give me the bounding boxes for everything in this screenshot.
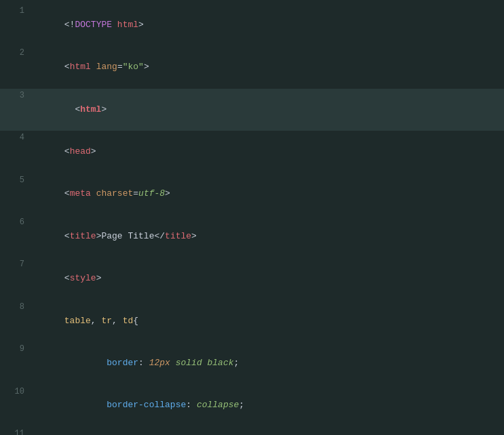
line-content: <html lang="ko"> [33,46,149,88]
line-1: 1 <!DOCTYPE html> [0,4,504,46]
line-content: <style> [33,257,101,299]
line-content: border-collapse: collapse; [33,385,244,427]
line-number: 1 [5,5,24,18]
line-number: 8 [5,301,24,314]
line-11: 11 } [0,427,504,435]
punct: <! [64,20,75,30]
line-content: <html> [33,89,106,131]
doctype-keyword: DOCTYPE [75,20,112,30]
line-content: <title>Page Title</title> [33,215,197,257]
line-content: <meta charset=utf-8> [33,173,170,215]
line-content: <head> [33,131,96,173]
line-6: 6 <title>Page Title</title> [0,215,504,257]
html-tag: html [80,104,101,115]
line-number: 11 [5,428,24,435]
line-number: 6 [5,216,24,229]
line-number: 10 [5,386,24,398]
line-number: 2 [5,47,24,60]
code-editor: 1 <!DOCTYPE html> 2 <html lang="ko"> 3 <… [0,0,504,435]
line-7: 7 <style> [0,257,504,299]
line-content: table, tr, td{ [33,300,138,342]
line-content: } [33,427,91,435]
line-number: 4 [5,131,24,144]
line-10: 10 border-collapse: collapse; [0,385,504,427]
line-number: 9 [5,343,24,356]
line-number: 5 [5,174,24,187]
line-5: 5 <meta charset=utf-8> [0,173,504,215]
line-content: <!DOCTYPE html> [33,4,144,46]
line-number: 7 [5,258,24,271]
line-2: 2 <html lang="ko"> [0,46,504,88]
doctype-html: html [117,20,138,30]
line-4: 4 <head> [0,131,504,173]
line-9: 9 border: 12px solid black; [0,342,504,384]
line-content: border: 12px solid black; [33,342,239,384]
line-number: 3 [5,89,24,102]
line-3: 3 <html> [0,89,504,131]
line-8: 8 table, tr, td{ [0,300,504,342]
